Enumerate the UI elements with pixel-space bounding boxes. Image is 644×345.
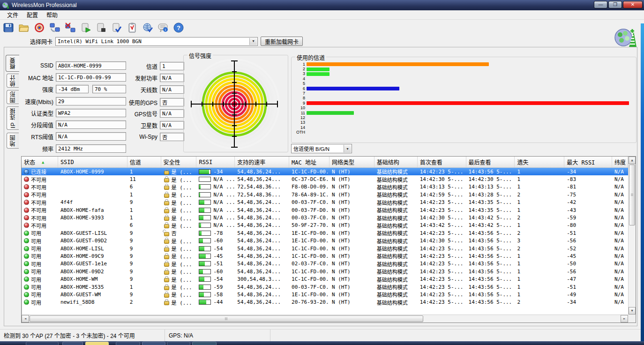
table-row[interactable]: 不可用 11 是 (... N/A ... 54,48,36,24... 0C-… xyxy=(22,175,628,183)
taskbar-button[interactable] xyxy=(167,342,190,345)
reconnect-icon[interactable] xyxy=(48,21,61,34)
taskbar-button[interactable] xyxy=(62,342,83,345)
channel-label: 7 xyxy=(294,91,307,96)
status-orb-icon xyxy=(24,192,29,197)
report-icon[interactable] xyxy=(126,21,139,34)
field-value: N/A xyxy=(56,120,126,129)
tab-统计[interactable]: 统计 xyxy=(7,74,19,88)
table-row[interactable]: 不可用 1 是 (... N/A ... 72,54,48,36... 78-6… xyxy=(22,191,628,198)
field-label: 认证类型 xyxy=(18,109,56,117)
tab-图形[interactable]: 图形 xyxy=(7,90,19,104)
scroll-down-icon[interactable]: ▼ xyxy=(629,307,636,315)
restore-button[interactable]: ❐ xyxy=(608,1,622,8)
column-header-status[interactable]: 状态▲ xyxy=(22,157,58,167)
ap-table: 状态▲SSID信道安全性RSSI支持的速率MAC 地址网络类型基础结构首次查看最… xyxy=(21,156,636,323)
status-orb-icon xyxy=(24,177,29,182)
status-orb-icon xyxy=(24,246,29,251)
horizontal-scroll-thumb[interactable] xyxy=(30,315,423,322)
lock-icon xyxy=(164,248,169,252)
start-log-icon[interactable] xyxy=(79,21,92,34)
channel-label: 1 xyxy=(294,62,307,67)
verify-log-icon[interactable] xyxy=(110,21,123,34)
tab-地图[interactable]: 地图 xyxy=(7,133,19,149)
channel-mode-select[interactable]: 信道使用 B/G/N ▼ xyxy=(291,144,352,153)
table-row[interactable]: 不可用 ABOX-HOME-fafa 1 是 (... N/A ... 54,4… xyxy=(22,206,628,214)
lock-icon xyxy=(164,255,169,259)
web-check-icon[interactable] xyxy=(141,21,154,34)
minimize-button[interactable]: — xyxy=(594,1,607,8)
table-row[interactable]: 不可用 ABOX-HOME-9393 1 是 (... N/A ... 54,4… xyxy=(22,214,628,221)
rssi-bar xyxy=(199,292,211,297)
column-header-sec[interactable]: 安全性 xyxy=(161,157,197,167)
menu-item-帮助[interactable]: 帮助 xyxy=(42,10,62,20)
scroll-left-icon[interactable]: ◄ xyxy=(22,315,29,322)
table-row[interactable]: 可用 ABOX-GUEST-09D2 9 是 (... -60 54,48,36… xyxy=(22,237,628,245)
adapter-select[interactable]: Intel(R) WiFi Link 1000 BGN ▼ xyxy=(55,37,258,46)
table-row[interactable]: 可用 ABOX-GUEST-LISL 9 否 -78 54,48,36,24..… xyxy=(22,229,628,237)
adapter-value: Intel(R) WiFi Link 1000 BGN xyxy=(58,38,142,45)
column-header-first[interactable]: 首次查看 xyxy=(418,157,466,167)
table-row[interactable]: 可用 newifi_58D8 2 是 (... -44 54,48,36,24.… xyxy=(22,299,628,306)
field-value: 1C-1C-FD-00-09-99 xyxy=(56,73,126,82)
menu-item-配置[interactable]: 配置 xyxy=(22,10,42,20)
chevron-down-icon[interactable]: ▼ xyxy=(344,145,351,152)
scroll-up-icon[interactable]: ▲ xyxy=(629,157,636,164)
taskbar-button[interactable] xyxy=(116,342,140,345)
taskbar-button[interactable] xyxy=(26,342,59,345)
field-row: MAC 地址 1C-1C-FD-00-09-99 xyxy=(18,73,126,82)
column-header-infra[interactable]: 基础结构 xyxy=(374,157,418,167)
channels-in-use-title: 使用的信道 xyxy=(295,53,326,61)
rssi-bar xyxy=(199,238,211,243)
column-header-mac[interactable]: MAC 地址 xyxy=(289,157,329,167)
field-row: 卫星数 N/A xyxy=(122,121,184,129)
close-button[interactable]: ✕ xyxy=(623,1,643,8)
table-row[interactable]: 可用 ABOX-HOME-3535 1 是 (... -59 54,48,36,… xyxy=(22,283,628,291)
table-row[interactable]: 可用 ABOX-HOME-09C9 9 是 (... -45 54,48,36,… xyxy=(22,252,628,260)
save-icon[interactable] xyxy=(2,21,15,34)
help-icon[interactable]: ? xyxy=(172,21,185,34)
taskbar-button[interactable] xyxy=(85,342,109,345)
windows-taskbar[interactable] xyxy=(0,341,644,345)
table-row[interactable]: 可用 ABOX-HOME-LISL 9 是 (... -54 54,48,36,… xyxy=(22,245,628,252)
column-header-max[interactable]: 最大 RSSI xyxy=(564,157,612,167)
disconnect-icon[interactable] xyxy=(64,21,77,34)
lock-icon xyxy=(164,240,169,244)
title-bar: WirelessMon Professional — ❐ ✕ xyxy=(0,0,644,10)
tab-IP 连接[interactable]: IP 连接 xyxy=(7,106,19,130)
table-row[interactable]: 不可用 6 是 (... N/A ... 72,54,48,36... F8-0… xyxy=(22,183,628,191)
taskbar-button[interactable] xyxy=(142,342,165,345)
column-header-rssi[interactable]: RSSI xyxy=(196,157,235,167)
tab-概要[interactable]: 概要 xyxy=(6,55,19,72)
column-header-net[interactable]: 网络类型 xyxy=(329,157,374,167)
table-row[interactable]: 可用 ABOX-HOME-09D2 9 是 (... -60 54,48,36,… xyxy=(22,268,628,275)
open-folder-icon[interactable] xyxy=(17,21,30,34)
field-row: GPS信号 N/A xyxy=(122,109,184,118)
table-row[interactable]: 可用 ABOX-HOME-WM 9 是 (... -54 300,54,48,3… xyxy=(22,275,628,283)
column-header-lat[interactable]: 纬度 xyxy=(612,157,628,167)
channel-label: 9 xyxy=(294,101,307,105)
scroll-right-icon[interactable]: ► xyxy=(621,315,628,322)
horizontal-scrollbar[interactable]: ◄ ► xyxy=(22,315,628,322)
channel-label: 5 xyxy=(294,82,307,86)
reload-adapter-button[interactable]: 重新加载网卡 xyxy=(261,37,303,46)
column-header-ch[interactable]: 信道 xyxy=(127,157,161,167)
info-bubble-icon[interactable]: i xyxy=(157,21,170,34)
column-header-lost[interactable]: 遗失 xyxy=(515,157,564,167)
taskbar-button[interactable] xyxy=(192,342,217,345)
stop-log-icon[interactable] xyxy=(95,21,108,34)
target-icon[interactable] xyxy=(33,21,46,34)
table-row[interactable]: 不可用 6 是 (... N/A ... 54,48,36,24... 50-9… xyxy=(22,222,628,229)
table-row[interactable]: 已连接 ABOX-HOME-0999 1 是 (... -34 54,48,36… xyxy=(22,168,628,175)
table-row[interactable]: 可用 ABOX-GUEST-WM 9 是 (... -58 54,48,36,2… xyxy=(22,291,628,298)
lock-icon xyxy=(164,232,169,236)
column-header-ssid[interactable]: SSID xyxy=(58,157,127,167)
table-row[interactable]: 可用 ABOX-GUEST-1e1e 9 是 (... -51 54,48,36… xyxy=(22,260,628,268)
menu-item-文件[interactable]: 文件 xyxy=(3,10,22,20)
vertical-scroll-thumb[interactable] xyxy=(629,165,635,225)
channel-label: 6 xyxy=(294,87,307,91)
chevron-down-icon[interactable]: ▼ xyxy=(249,38,257,45)
vertical-scrollbar[interactable]: ▲ ▼ xyxy=(628,157,636,315)
column-header-last[interactable]: 最后查看 xyxy=(466,157,515,167)
table-row[interactable]: 不可用 4f4f 9 是 (... N/A ... 54,48,36,24...… xyxy=(22,199,628,206)
column-header-rates[interactable]: 支持的速率 xyxy=(235,157,289,167)
